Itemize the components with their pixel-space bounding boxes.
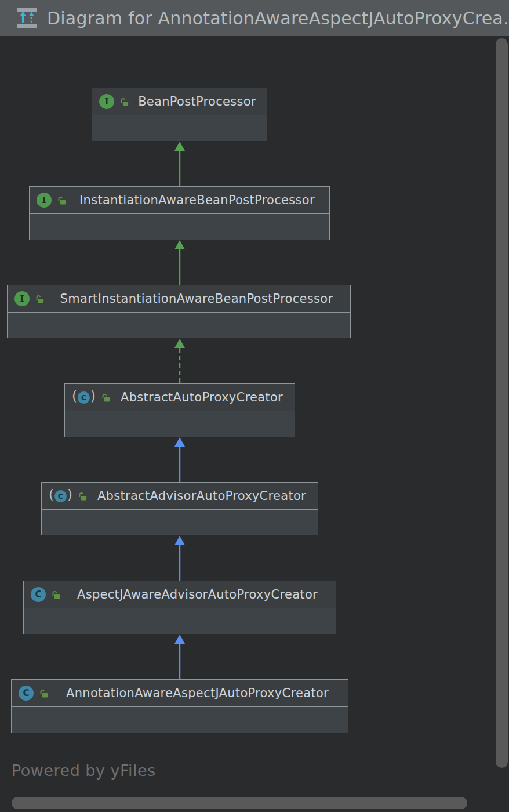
abstract-class-icon: ( C ) — [72, 390, 96, 405]
unlocked-padlock-icon — [35, 294, 45, 304]
class-node-instantiationawarebeanpostprocessor[interactable]: I InstantiationAwareBeanPostProcessor — [29, 186, 330, 240]
class-node-beanpostprocessor[interactable]: I BeanPostProcessor — [92, 88, 267, 141]
node-header: C AspectJAwareAdvisorAutoProxyCreator — [24, 581, 336, 608]
window-title: Diagram for AnnotationAwareAspectJAutoPr… — [47, 8, 509, 28]
inheritance-edge-extends[interactable] — [173, 240, 187, 285]
inheritance-edge-extends[interactable] — [173, 437, 187, 482]
class-node-abstractadvisorautoproxycreator[interactable]: ( C ) AbstractAdvisorAutoProxyCreator — [41, 482, 318, 535]
node-body — [8, 313, 350, 338]
class-icon: C — [19, 686, 34, 701]
node-body — [92, 115, 267, 141]
node-header: I SmartInstantiationAwareBeanPostProcess… — [8, 285, 350, 313]
class-node-aspectjawareadvisorautoproxycreator[interactable]: C AspectJAwareAdvisorAutoProxyCreator — [23, 581, 336, 634]
unlocked-padlock-icon — [78, 491, 88, 501]
interface-icon: I — [37, 193, 52, 208]
inheritance-edge-extends[interactable] — [173, 634, 187, 679]
node-title: AspectJAwareAdvisorAutoProxyCreator — [66, 588, 329, 601]
unlocked-padlock-icon — [119, 97, 129, 107]
interface-icon: I — [14, 291, 30, 306]
inheritance-edge-extends[interactable] — [173, 141, 187, 186]
powered-by-yfiles-label: Powered by yFiles — [12, 762, 156, 780]
inheritance-edge-implements[interactable] — [173, 338, 187, 383]
interface-icon: I — [99, 94, 114, 109]
class-node-annotationawareaspectjautoproxycreator[interactable]: C AnnotationAwareAspectJAutoProxyCreator — [11, 679, 348, 733]
node-body — [30, 214, 329, 240]
node-body — [42, 510, 318, 535]
node-header: I InstantiationAwareBeanPostProcessor — [30, 187, 329, 214]
class-node-abstractautoproxycreator[interactable]: ( C ) AbstractAutoProxyCreator — [64, 383, 295, 437]
unlocked-padlock-icon — [39, 688, 49, 698]
node-title: SmartInstantiationAwareBeanPostProcessor — [50, 292, 343, 306]
node-title: InstantiationAwareBeanPostProcessor — [72, 193, 322, 207]
node-body — [24, 608, 336, 634]
diagram-window: Diagram for AnnotationAwareAspectJAutoPr… — [0, 0, 509, 812]
node-header: C AnnotationAwareAspectJAutoProxyCreator — [12, 680, 348, 707]
node-body — [12, 707, 348, 733]
node-header: ( C ) AbstractAdvisorAutoProxyCreator — [42, 483, 318, 510]
vertical-scrollbar-thumb[interactable] — [496, 38, 508, 768]
node-title: AbstractAdvisorAutoProxyCreator — [93, 489, 311, 503]
node-header: I BeanPostProcessor — [92, 88, 267, 115]
abstract-class-icon: ( C ) — [49, 488, 72, 503]
unlocked-padlock-icon — [57, 195, 67, 205]
unlocked-padlock-icon — [101, 393, 111, 403]
node-title: BeanPostProcessor — [134, 95, 260, 108]
class-node-smartinstantiationawarebeanpostprocessor[interactable]: I SmartInstantiationAwareBeanPostProcess… — [7, 285, 351, 338]
inheritance-edge-extends[interactable] — [173, 535, 187, 581]
node-header: ( C ) AbstractAutoProxyCreator — [65, 384, 295, 411]
node-body — [65, 411, 295, 437]
node-title: AbstractAutoProxyCreator — [116, 390, 288, 404]
class-icon: C — [31, 587, 46, 602]
horizontal-scrollbar-thumb[interactable] — [12, 797, 467, 809]
titlebar: Diagram for AnnotationAwareAspectJAutoPr… — [0, 0, 509, 36]
unlocked-padlock-icon — [51, 590, 61, 600]
hierarchy-diagram-icon — [15, 6, 39, 30]
node-title: AnnotationAwareAspectJAutoProxyCreator — [54, 686, 341, 700]
